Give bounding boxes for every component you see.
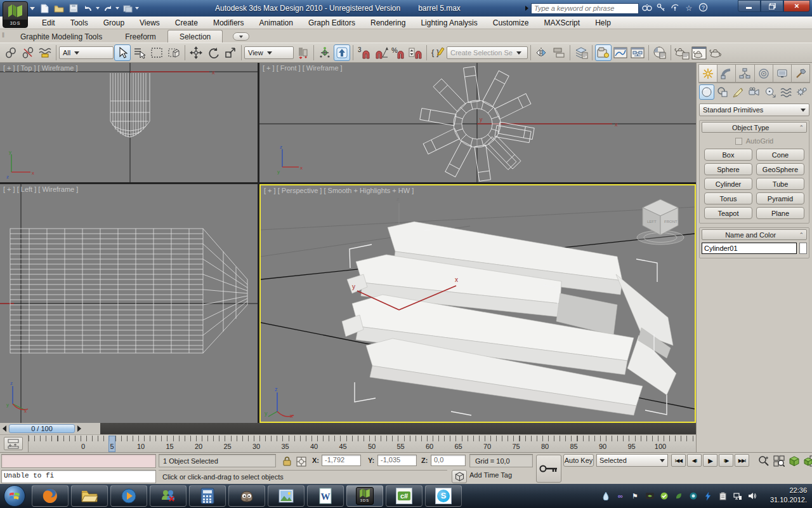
menu-item[interactable]: Rendering: [363, 17, 413, 29]
play-icon[interactable]: ▶: [703, 454, 717, 467]
taskbar-messenger[interactable]: [150, 485, 187, 507]
helpers-icon[interactable]: [763, 84, 778, 100]
redo-icon[interactable]: [102, 3, 114, 14]
tab-modify[interactable]: [717, 64, 736, 83]
minimize-button[interactable]: [738, 0, 761, 12]
menu-item[interactable]: Create: [167, 17, 206, 29]
angle-snap-icon[interactable]: [373, 44, 390, 61]
object-type-button[interactable]: Torus: [704, 192, 752, 204]
menu-item[interactable]: Customize: [485, 17, 537, 29]
mirror-icon[interactable]: [534, 44, 550, 61]
autogrid-checkbox[interactable]: [735, 138, 742, 145]
select-and-rotate-icon[interactable]: [205, 44, 221, 61]
select-and-scale-icon[interactable]: [222, 44, 239, 61]
track-bar[interactable]: 0510152025303540455055606570758085909510…: [0, 434, 696, 452]
next-frame-icon[interactable]: ΙΙ▶: [719, 454, 733, 467]
percent-snap-icon[interactable]: %: [390, 44, 407, 61]
viewport-perspective-label[interactable]: [ + ] [ Perspective ] [ Smooth + Highlig…: [264, 187, 414, 194]
select-and-move-icon[interactable]: [188, 44, 204, 61]
object-type-button[interactable]: Box: [704, 149, 752, 161]
window-crossing-icon[interactable]: [166, 44, 182, 61]
menu-item[interactable]: Graph Editors: [301, 17, 363, 29]
absolute-offset-mode-icon[interactable]: [294, 455, 309, 468]
maxscript-listener-line[interactable]: Unable to fi: [1, 470, 156, 483]
rectangular-selection-region-icon[interactable]: [148, 44, 165, 61]
object-type-button[interactable]: Tube: [756, 178, 804, 190]
primitive-category-dropdown[interactable]: Standard Primitives: [699, 104, 809, 116]
viewport-left[interactable]: z y x [ + ] [ Left ] [ Wireframe ]: [0, 184, 258, 423]
time-slider-prev-icon[interactable]: [3, 425, 6, 432]
tray-nvidia-icon[interactable]: [645, 491, 654, 500]
search-binoculars-icon[interactable]: [641, 4, 653, 13]
key-mode-dropdown[interactable]: Selected: [596, 454, 668, 467]
tray-drop-icon[interactable]: [601, 491, 610, 500]
select-object-icon[interactable]: [114, 44, 131, 61]
menu-item[interactable]: Edit: [34, 17, 63, 29]
tray-flag-icon[interactable]: ⚑: [631, 491, 639, 500]
quick-render-icon[interactable]: [708, 44, 724, 61]
zoom-all-icon[interactable]: [771, 454, 787, 467]
align-icon[interactable]: [551, 44, 567, 61]
viewport-front-label[interactable]: [ + ] [ Front ] [ Wireframe ]: [263, 64, 343, 72]
menu-item[interactable]: Modifiers: [206, 17, 252, 29]
redo-dropdown-caret[interactable]: [115, 7, 119, 10]
systems-icon[interactable]: [794, 84, 809, 100]
object-color-swatch[interactable]: [799, 243, 807, 254]
go-to-start-icon[interactable]: Ι◀◀: [671, 454, 686, 467]
menu-item[interactable]: Lighting Analysis: [413, 17, 485, 29]
menu-item[interactable]: MAXScript: [536, 17, 587, 29]
tray-lightning-icon[interactable]: [704, 491, 712, 500]
zoom-extents-all-icon[interactable]: [802, 454, 812, 467]
menu-item[interactable]: Group: [96, 17, 132, 29]
maxscript-mini-listener[interactable]: [1, 454, 156, 468]
close-button[interactable]: ✕: [783, 0, 810, 12]
time-slider[interactable]: 0 / 100: [9, 424, 75, 433]
select-by-name-icon[interactable]: [131, 44, 148, 61]
shapes-icon[interactable]: [715, 84, 730, 100]
spinner-snap-icon[interactable]: [407, 44, 424, 61]
reference-coordinate-system-dropdown[interactable]: View: [244, 46, 294, 59]
lights-icon[interactable]: [731, 84, 746, 100]
tab-motion[interactable]: [755, 64, 773, 83]
zoom-extents-icon[interactable]: [787, 454, 802, 467]
object-type-header[interactable]: Object Type ⌃: [702, 122, 807, 133]
object-name-input[interactable]: [702, 243, 797, 254]
tray-media-icon[interactable]: [689, 491, 698, 500]
object-type-button[interactable]: Cylinder: [704, 178, 752, 190]
taskbar-csharp[interactable]: c#: [386, 485, 422, 507]
viewport-front[interactable]: x y: [259, 63, 696, 182]
object-type-button[interactable]: Plane: [756, 207, 804, 219]
cameras-icon[interactable]: [747, 84, 762, 100]
open-file-icon[interactable]: [53, 3, 65, 14]
viewport-left-label[interactable]: [ + ] [ Left ] [ Wireframe ]: [3, 185, 78, 193]
selection-lock-icon[interactable]: [279, 455, 294, 468]
time-slider-next-icon[interactable]: [77, 425, 81, 432]
zoom-icon[interactable]: [756, 454, 771, 467]
tray-network-icon[interactable]: [733, 491, 742, 500]
object-type-button[interactable]: Sphere: [704, 163, 752, 175]
taskbar-3ds-max[interactable]: 3DS: [346, 485, 383, 507]
save-file-icon[interactable]: [67, 3, 80, 14]
tray-clipboard-icon[interactable]: [718, 491, 727, 500]
object-type-button[interactable]: GeoSphere: [756, 163, 804, 175]
z-coord-field[interactable]: 0,0: [431, 455, 466, 466]
ribbon-minimize-button[interactable]: [233, 32, 249, 41]
project-folder-icon[interactable]: [121, 3, 134, 14]
render-setup-icon[interactable]: [674, 44, 690, 61]
bind-to-space-warp-icon[interactable]: [37, 44, 53, 61]
open-mini-curve-editor-icon[interactable]: [4, 437, 23, 450]
tab-create[interactable]: [698, 64, 717, 83]
undo-dropdown-caret[interactable]: [96, 7, 100, 10]
tab-selection[interactable]: Selection: [167, 30, 223, 43]
keyboard-shortcut-override-icon[interactable]: [334, 44, 350, 61]
auto-key-button[interactable]: Auto Key: [563, 454, 594, 467]
tab-display[interactable]: [773, 64, 792, 83]
select-and-link-icon[interactable]: [3, 44, 19, 61]
tray-leaf-icon[interactable]: [674, 491, 683, 500]
project-dropdown-caret[interactable]: [135, 7, 139, 10]
x-coord-field[interactable]: -1,792: [322, 455, 361, 466]
taskbar-calculator[interactable]: [189, 485, 226, 507]
menu-item[interactable]: Views: [132, 17, 167, 29]
schematic-view-icon[interactable]: [629, 44, 646, 61]
search-input[interactable]: [531, 3, 639, 14]
